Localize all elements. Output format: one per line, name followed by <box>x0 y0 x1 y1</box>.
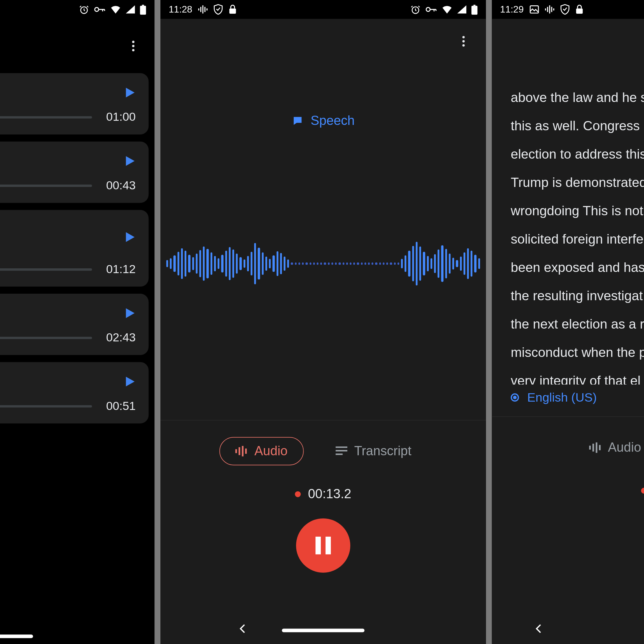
phone-recordings-list: dings ec 1801:00ec 1800:43019ec 1801:12e… <box>0 0 154 644</box>
speech-icon <box>292 115 304 127</box>
svg-rect-19 <box>335 450 347 451</box>
overflow-menu-button[interactable] <box>456 34 470 48</box>
recording-indicator-dot <box>295 491 301 497</box>
nav-back-button[interactable] <box>533 623 545 637</box>
recording-timer: 00:13.2 <box>160 487 486 502</box>
pause-icon <box>315 537 331 554</box>
wifi-icon <box>110 5 121 14</box>
sound-icon <box>198 5 208 14</box>
key-icon <box>94 6 106 13</box>
tabs-row: Audio Tr <box>492 416 644 469</box>
pause-record-button[interactable] <box>296 518 350 573</box>
recordings-list: ec 1801:00ec 1800:43019ec 1801:12ec 1702… <box>0 73 154 494</box>
tabs-row: Audio Transcript <box>160 420 486 472</box>
tab-transcript[interactable]: Transcript <box>320 437 427 465</box>
progress-bar <box>0 184 92 187</box>
language-selector[interactable]: English (US) <box>492 390 644 404</box>
svg-rect-9 <box>229 8 236 13</box>
svg-rect-2 <box>140 5 146 14</box>
svg-rect-6 <box>202 5 203 14</box>
play-button[interactable] <box>123 154 136 169</box>
radio-selected-icon <box>511 393 519 402</box>
svg-rect-24 <box>549 5 550 14</box>
svg-rect-23 <box>547 7 548 12</box>
tab-audio[interactable]: Audio <box>220 437 304 465</box>
nav-back-button[interactable] <box>237 623 249 637</box>
play-button[interactable] <box>123 375 136 390</box>
svg-rect-8 <box>207 8 208 10</box>
status-bar <box>0 0 154 19</box>
svg-point-1 <box>95 7 99 11</box>
recording-indicator-dot <box>641 488 644 494</box>
svg-rect-26 <box>553 8 554 10</box>
recording-card[interactable]: ec 1702:43 <box>0 294 148 355</box>
recording-card[interactable]: ec 500:51 <box>0 362 148 423</box>
progress-bar <box>0 116 92 118</box>
recording-duration: 02:43 <box>106 331 136 344</box>
svg-rect-7 <box>205 7 205 12</box>
recording-duration: 01:00 <box>106 110 136 124</box>
recording-card[interactable]: 019ec 1801:12 <box>0 210 148 287</box>
timer-value: 00:13.2 <box>308 487 351 502</box>
svg-rect-31 <box>599 445 600 451</box>
svg-rect-3 <box>142 4 144 5</box>
svg-rect-27 <box>576 8 583 13</box>
lock-icon <box>576 5 583 14</box>
svg-rect-4 <box>198 8 199 10</box>
list-header: dings <box>0 19 154 73</box>
audio-wave-icon <box>589 442 601 453</box>
svg-rect-20 <box>335 453 343 455</box>
alarm-icon <box>411 4 421 15</box>
progress-bar <box>0 336 92 339</box>
tab-audio-label: Audio <box>254 443 287 459</box>
speech-tag-chip[interactable]: Speech <box>292 113 354 129</box>
sound-icon <box>545 5 555 14</box>
play-button[interactable] <box>123 230 136 245</box>
status-bar: 11:28 <box>160 0 486 19</box>
overflow-menu-button[interactable] <box>126 39 140 53</box>
progress-bar <box>0 268 92 270</box>
lock-icon <box>229 5 237 14</box>
progress-bar <box>0 405 92 407</box>
recording-duration: 00:43 <box>106 179 136 192</box>
key-icon <box>425 6 437 13</box>
svg-rect-18 <box>335 446 347 448</box>
wifi-icon <box>442 5 453 14</box>
shield-icon <box>213 4 223 15</box>
nav-home-pill[interactable] <box>282 629 364 632</box>
audio-wave-icon <box>236 446 247 456</box>
svg-rect-28 <box>589 446 591 450</box>
phone-recording-audio: 11:28 Speech Audio <box>160 0 486 644</box>
phone-recording-transcript: 11:29 above the law and he s this as wel… <box>492 0 644 644</box>
status-time: 11:28 <box>169 4 192 15</box>
recording-card[interactable]: ec 1800:43 <box>0 142 148 203</box>
svg-rect-25 <box>551 7 552 12</box>
play-button[interactable] <box>123 306 136 322</box>
recording-duration: 00:51 <box>106 399 136 413</box>
language-label: English (US) <box>527 390 597 404</box>
alarm-icon <box>79 4 89 15</box>
recording-card[interactable]: ec 1801:00 <box>0 73 148 134</box>
svg-rect-14 <box>236 449 237 453</box>
recording-duration: 01:12 <box>106 262 136 276</box>
signal-icon <box>126 5 135 14</box>
play-button[interactable] <box>123 86 136 101</box>
signal-icon <box>457 5 467 14</box>
audio-waveform <box>166 231 480 296</box>
tab-transcript-label: Transcript <box>354 443 411 459</box>
svg-rect-15 <box>239 447 240 455</box>
tab-audio[interactable]: Audio <box>574 434 644 462</box>
speech-chip-label: Speech <box>311 113 355 129</box>
nav-home-pill[interactable] <box>0 634 33 638</box>
svg-rect-13 <box>473 4 476 5</box>
tab-audio-label: Audio <box>608 440 641 455</box>
svg-rect-12 <box>471 5 477 14</box>
image-icon <box>530 5 539 14</box>
shield-icon <box>560 4 570 15</box>
battery-icon <box>471 4 478 15</box>
svg-rect-16 <box>242 446 244 456</box>
transcript-text: above the law and he s this as well. Con… <box>492 19 644 384</box>
svg-point-11 <box>426 7 430 11</box>
recording-timer: 00 <box>492 483 644 498</box>
status-bar: 11:29 <box>492 0 644 19</box>
